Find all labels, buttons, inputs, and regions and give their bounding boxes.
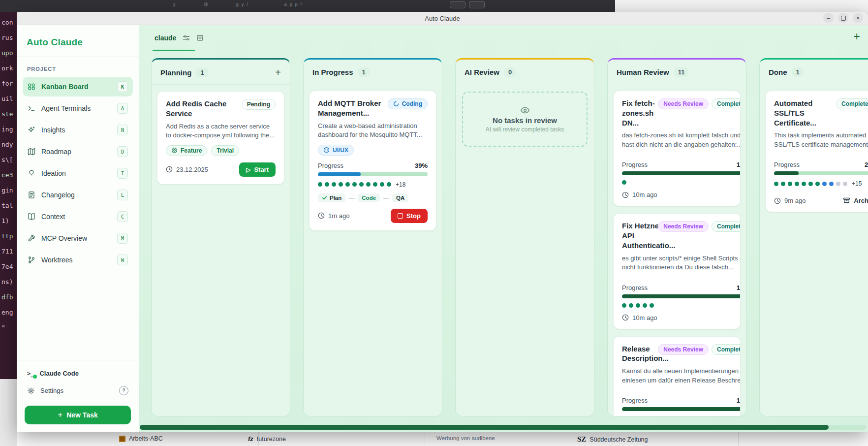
terminal-status-icon: >_ [27,370,34,377]
tab-claude[interactable]: claude [153,25,206,51]
auto-claude-window: Auto Claude – × Auto Claude PROJECT Kanb… [17,12,868,432]
archive-icon[interactable] [196,34,204,42]
column-body: Add MQTT Broker Management... Coding [304,84,442,416]
column-count-badge: 1 [792,67,804,77]
tag-uiux: UI/UX [318,145,354,156]
task-card-hetzner[interactable]: Fix Hetzner API Authenticatio... Needs R… [613,213,741,329]
horizontal-scrollbar-thumb[interactable] [140,425,829,430]
progress-bar [774,171,868,175]
progress-label: Progress [774,161,800,168]
sidebar-item-context[interactable]: Context C [23,207,133,226]
column-header: Done 1 [760,60,868,84]
progress-label: Progress [622,284,648,291]
empty-state: No tasks in review AI will review comple… [462,92,588,147]
progress-bar [622,294,741,298]
sidebar-item-changelog[interactable]: Changelog L [23,185,133,205]
window-titlebar[interactable]: Auto Claude – × [17,12,868,25]
archive-button[interactable]: Archive [843,197,868,204]
claude-code-status[interactable]: >_ Claude Code [25,366,131,381]
sidebar-item-worktrees[interactable]: Worktrees W [23,250,133,270]
play-icon [246,166,250,173]
news-source-futurezone[interactable]: fz futurezone [248,435,286,443]
sidebar-footer: >_ Claude Code Settings ? + New Task [17,360,139,432]
progress-label: Progress [622,161,648,168]
progress-label: Progress [622,397,648,404]
app-logo: Auto Claude [17,25,139,57]
phase-steps: Plan Code QA [318,193,428,202]
task-card-release[interactable]: Release Description... Needs Review Comp… [613,336,741,416]
subtask-dot [622,180,626,185]
sidebar-item-ideation[interactable]: Ideation I [23,163,133,183]
card-time: 9m ago [774,197,806,204]
sidebar-item-agent-terminals[interactable]: Agent Terminals A [23,98,133,118]
maximize-icon [841,16,846,21]
subtask-dot [345,182,350,187]
add-project-tab-icon[interactable]: + [854,31,860,42]
sparkles-icon [28,126,35,134]
sidebar-item-insights[interactable]: Insights N [23,120,133,140]
arbeits-abc-logo-icon [119,436,125,442]
settings-row[interactable]: Settings ? [25,381,131,401]
minimize-button[interactable]: – [823,13,834,23]
sliders-icon[interactable] [183,34,190,42]
subtask-dot [836,182,840,186]
needs-review-badge: Needs Review [658,344,709,355]
progress-value: 100% [737,284,741,291]
card-time: 10m ago [622,314,657,321]
column-count-badge: 11 [674,67,689,77]
close-button[interactable]: × [853,13,863,23]
subtask-dot [636,303,640,308]
shortcut-badge: N [117,125,128,135]
subtask-dot [643,303,647,308]
news-source-sueddeutsche[interactable]: SZ Süddeutsche Zeitung [577,435,648,444]
new-task-button[interactable]: + New Task [25,406,131,424]
subtask-dot [332,182,336,187]
sidebar-item-label: MCP Overview [41,234,87,242]
progress-fill [774,171,799,175]
sueddeutsche-logo-icon: SZ [577,435,586,444]
start-button[interactable]: Start [239,162,276,177]
clock-icon [318,212,325,219]
step-plan: Plan [318,193,345,202]
progress-value: 39% [415,162,428,169]
card-description: Kannst du alle neuen Implementierungen e… [622,367,741,385]
add-task-icon[interactable]: + [275,67,281,77]
stop-button[interactable]: Stop [391,209,428,223]
sidebar-item-label: Ideation [41,169,66,177]
sidebar-item-mcp-overview[interactable]: MCP Overview M [23,228,133,248]
task-card-fetch-zones[interactable]: Fix fetch-zones.sh DN... Needs Review Co… [613,91,741,206]
completed-badge: Completed [836,98,868,109]
background-window-corner [615,0,868,12]
sidebar-item-kanban-board[interactable]: Kanban Board K [23,77,133,96]
gear-icon [27,387,35,395]
sidebar-item-label: Roadmap [41,148,71,156]
subtask-dot [795,182,799,186]
subtask-dot [815,182,820,186]
subtask-dot [622,303,626,308]
card-time: 1m ago [318,212,349,220]
sidebar-item-roadmap[interactable]: Roadmap D [23,142,133,161]
sidebar-item-label: Insights [41,126,65,134]
tag-feature: Feature [166,145,207,156]
sidebar-item-label: Kanban Board [41,83,89,91]
column-human-review: Human Review 11 Fix fetch-zones.sh DN... [607,58,746,416]
news-source-arbeits-abc[interactable]: Arbeits-ABC [119,435,163,442]
help-icon[interactable]: ? [119,386,128,395]
palette-icon [323,147,330,153]
task-card-redis[interactable]: Add Redis Cache Service Pending Add Redi… [157,91,284,185]
board-main: claude + Planning 1 [139,25,868,432]
target-icon [171,147,178,154]
maximize-button[interactable] [838,13,848,23]
task-card-ssl[interactable]: Automated SSL/TLS Certificate... Complet… [765,91,868,212]
column-body: No tasks in review AI will review comple… [456,84,594,416]
card-date: 23.12.2025 [166,166,208,173]
task-card-mqtt[interactable]: Add MQTT Broker Management... Coding [309,91,436,231]
completed-badge: Completed [712,221,741,232]
background-terminal-strip: conrusupoorkforuilsteingndys\[ce3gintal1… [0,12,17,379]
shortcut-badge: C [117,211,128,222]
column-header: Human Review 11 [608,60,746,84]
check-icon [322,195,327,200]
dots-overflow-count: +15 [852,180,862,187]
subtask-dot [650,303,654,308]
subtask-dot [781,182,785,186]
